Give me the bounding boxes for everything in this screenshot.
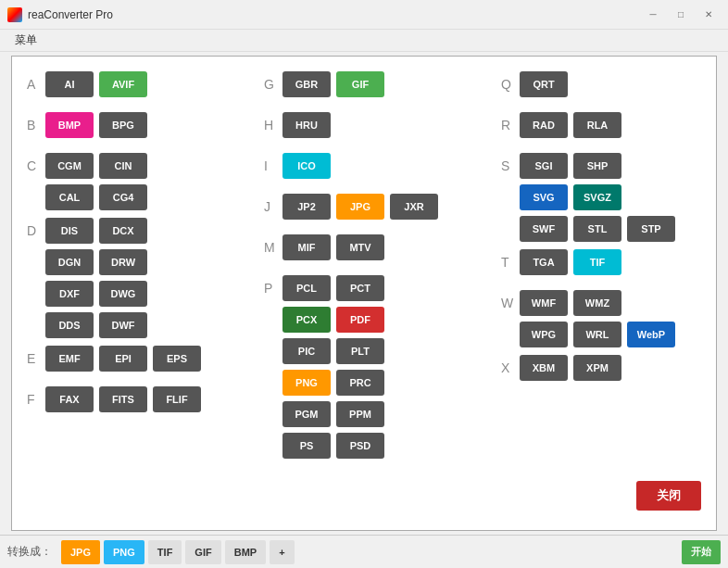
letter-row-I: IICO: [264, 153, 464, 186]
format-btn-tga[interactable]: TGA: [520, 249, 568, 275]
button-pair: PSPSD: [282, 433, 384, 459]
format-btn-flif[interactable]: FLIF: [153, 386, 201, 412]
format-btn-xbm[interactable]: XBM: [520, 355, 568, 381]
format-btn-dwg[interactable]: DWG: [99, 281, 147, 307]
letter-row-D: DDISDCXDGNDRWDXFDWGDDSDWF: [27, 218, 227, 338]
format-btn-sgi[interactable]: SGI: [520, 153, 568, 179]
buttons-group-D: DISDCXDGNDRWDXFDWGDDSDWF: [45, 218, 227, 338]
format-btn-wmf[interactable]: WMF: [520, 290, 568, 316]
format-btn-epi[interactable]: EPI: [99, 346, 147, 372]
column-divider: [464, 71, 501, 466]
format-btn-png[interactable]: PNG: [282, 370, 331, 396]
format-btn-wpg[interactable]: WPG: [520, 322, 568, 347]
format-btn-cg4[interactable]: CG4: [99, 184, 147, 210]
letter-row-T: TTGATIF: [501, 249, 701, 283]
add-format-button[interactable]: +: [270, 540, 294, 564]
format-btn-qrt[interactable]: QRT: [520, 71, 568, 97]
format-btn-mtv[interactable]: MTV: [336, 234, 384, 260]
button-pair: DDSDWF: [45, 312, 147, 338]
menu-item-main[interactable]: 菜单: [7, 31, 44, 50]
format-btn-svg[interactable]: SVG: [520, 184, 568, 210]
minimize-button[interactable]: ─: [641, 6, 665, 24]
button-pair: SVGSVGZ: [520, 184, 621, 210]
format-btn-cal[interactable]: CAL: [45, 184, 94, 210]
button-pair: AIAVIF: [45, 71, 147, 97]
close-window-button[interactable]: ✕: [697, 6, 721, 24]
buttons-group-F: FAXFITSFLIF: [45, 386, 227, 412]
format-btn-jpg[interactable]: JPG: [336, 194, 384, 220]
format-btn-ico[interactable]: ICO: [282, 153, 331, 179]
format-btn-shp[interactable]: SHP: [573, 153, 621, 179]
format-btn-jxr[interactable]: JXR: [390, 194, 438, 220]
buttons-group-C: CGMCINCALCG4: [45, 153, 227, 210]
format-btn-dxf[interactable]: DXF: [45, 281, 94, 307]
window-controls: ─ □ ✕: [641, 6, 721, 24]
format-btn-rad[interactable]: RAD: [520, 112, 568, 138]
format-btn-ai[interactable]: AI: [45, 71, 94, 97]
format-btn-wrl[interactable]: WRL: [573, 322, 621, 347]
format-btn-psd[interactable]: PSD: [336, 433, 384, 459]
bottom-format-gif[interactable]: GIF: [185, 540, 220, 564]
button-pair: WMFWMZ: [520, 290, 621, 316]
close-dialog-button[interactable]: 关闭: [636, 481, 701, 511]
format-btn-stl[interactable]: STL: [573, 216, 621, 242]
format-btn-eps[interactable]: EPS: [153, 346, 201, 372]
format-btn-gif[interactable]: GIF: [336, 71, 384, 97]
format-btn-emf[interactable]: EMF: [45, 346, 94, 372]
format-btn-dwf[interactable]: DWF: [99, 312, 147, 338]
format-btn-stp[interactable]: STP: [627, 216, 675, 242]
bottom-format-png[interactable]: PNG: [104, 540, 144, 564]
format-btn-jp2[interactable]: JP2: [282, 194, 331, 220]
format-btn-ppm[interactable]: PPM: [336, 401, 384, 427]
format-btn-dgn[interactable]: DGN: [45, 249, 94, 275]
button-pair: EPS: [153, 346, 201, 372]
button-pair: SWFSTL: [520, 216, 621, 242]
start-button[interactable]: 开始: [682, 540, 721, 564]
letter-row-H: HHRU: [264, 112, 464, 145]
format-btn-avif[interactable]: AVIF: [99, 71, 147, 97]
format-btn-pgm[interactable]: PGM: [282, 401, 331, 427]
format-btn-dis[interactable]: DIS: [45, 218, 94, 244]
format-btn-fax[interactable]: FAX: [45, 386, 94, 412]
bottom-format-tif[interactable]: TIF: [148, 540, 182, 564]
format-btn-webp[interactable]: WebP: [627, 322, 675, 347]
format-btn-fits[interactable]: FITS: [99, 386, 147, 412]
format-btn-dcx[interactable]: DCX: [99, 218, 147, 244]
format-btn-bpg[interactable]: BPG: [99, 112, 147, 138]
format-btn-cgm[interactable]: CGM: [45, 153, 94, 179]
button-pair: DXFDWG: [45, 281, 147, 307]
format-btn-pdf[interactable]: PDF: [336, 307, 384, 333]
format-btn-wmz[interactable]: WMZ: [573, 290, 621, 316]
button-pair: DGNDRW: [45, 249, 147, 275]
format-btn-ps[interactable]: PS: [282, 433, 331, 459]
format-btn-pct[interactable]: PCT: [336, 275, 384, 301]
format-btn-cin[interactable]: CIN: [99, 153, 147, 179]
letter-row-F: FFAXFITSFLIF: [27, 386, 227, 420]
format-btn-tif[interactable]: TIF: [573, 249, 621, 275]
format-btn-drw[interactable]: DRW: [99, 249, 147, 275]
convert-label: 转换成：: [7, 544, 52, 560]
format-btn-xpm[interactable]: XPM: [573, 355, 621, 381]
format-btn-swf[interactable]: SWF: [520, 216, 568, 242]
buttons-group-H: HRU: [282, 112, 464, 138]
format-btn-pcl[interactable]: PCL: [282, 275, 331, 301]
format-btn-mif[interactable]: MIF: [282, 234, 331, 260]
format-btn-dds[interactable]: DDS: [45, 312, 94, 338]
format-btn-pic[interactable]: PIC: [282, 338, 331, 364]
format-btn-hru[interactable]: HRU: [282, 112, 331, 138]
format-btn-rla[interactable]: RLA: [573, 112, 621, 138]
format-btn-gbr[interactable]: GBR: [282, 71, 331, 97]
buttons-group-S: SGISHPSVGSVGZSWFSTLSTP: [520, 153, 701, 242]
column-col-a: AAIAVIFBBMPBPGCCGMCINCALCG4DDISDCXDGNDRW…: [27, 71, 227, 466]
format-btn-pcx[interactable]: PCX: [282, 307, 331, 333]
format-btn-plt[interactable]: PLT: [336, 338, 384, 364]
button-pair: XBMXPM: [520, 355, 621, 381]
bottom-format-bmp[interactable]: BMP: [225, 540, 266, 564]
bottom-format-jpg[interactable]: JPG: [61, 540, 100, 564]
format-btn-svgz[interactable]: SVGZ: [573, 184, 621, 210]
maximize-button[interactable]: □: [669, 6, 693, 24]
column-divider: [227, 71, 264, 466]
format-btn-prc[interactable]: PRC: [336, 370, 384, 396]
format-btn-bmp[interactable]: BMP: [45, 112, 94, 138]
letter-label-S: S: [501, 153, 520, 173]
